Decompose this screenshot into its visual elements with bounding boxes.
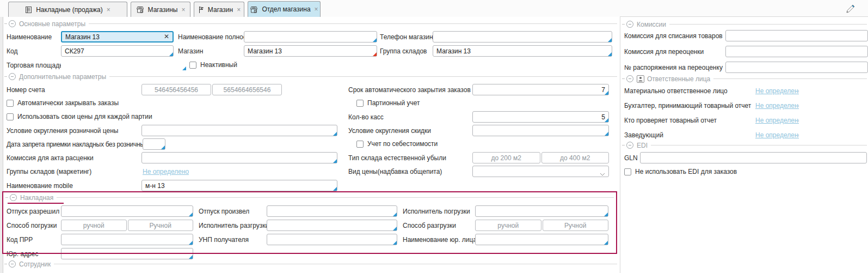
- no-edi-checkbox[interactable]: Не использовать EDI для заказов: [624, 166, 737, 177]
- own-prices-checkbox[interactable]: Использовать свои цены для каждой партии: [7, 111, 152, 122]
- unloading-method-option-2[interactable]: Ручной: [543, 220, 609, 231]
- prr-code-label: Код ПРР: [7, 234, 33, 245]
- tab-store[interactable]: Магазин ×: [194, 2, 244, 17]
- ban-date-input[interactable]: [143, 138, 165, 150]
- legal-name-input[interactable]: [475, 234, 608, 245]
- gln-input[interactable]: [640, 152, 867, 163]
- release-made-label: Отпуск произвел: [199, 206, 249, 217]
- trade-area-label: Торговая площадь: [7, 60, 63, 71]
- revaluation-order-input[interactable]: [725, 62, 868, 73]
- collapse-icon[interactable]: [626, 75, 633, 82]
- loading-method-option-1[interactable]: ручной: [61, 220, 127, 231]
- price-kind-label: Вид цены(надбавка общепита): [348, 166, 442, 177]
- code-input[interactable]: [61, 45, 174, 57]
- store-icon: [250, 6, 258, 13]
- auto-close-orders-checkbox[interactable]: Автоматически закрывать заказы: [7, 98, 119, 108]
- store-icon: [136, 6, 144, 13]
- marketing-groups-label: Группы складов (маркетинг): [7, 166, 91, 177]
- discount-rounding-label: Условие округления скидки: [348, 125, 431, 136]
- collapse-icon[interactable]: [9, 20, 16, 27]
- warehouse-group-input[interactable]: [433, 45, 612, 57]
- release-made-input[interactable]: [267, 205, 397, 217]
- writeoff-commission-label: Комиссия для списания товаров: [624, 31, 723, 41]
- account-number-2[interactable]: 5654664656546: [212, 84, 282, 95]
- collapse-icon[interactable]: [9, 260, 16, 268]
- auto-close-term-input[interactable]: [472, 84, 609, 95]
- phone-input[interactable]: [433, 31, 612, 43]
- mol-label: Материально ответственное лицо: [624, 86, 728, 96]
- name-label: Наименование: [7, 32, 52, 43]
- tab-close-icon[interactable]: ×: [237, 6, 241, 14]
- clear-icon[interactable]: ✕: [163, 33, 170, 40]
- checkbox-box: [356, 100, 364, 107]
- legal-address-input[interactable]: [61, 248, 193, 259]
- chevron-down-icon[interactable]: [600, 170, 605, 178]
- release-allowed-input[interactable]: [61, 205, 193, 217]
- tab-close-icon[interactable]: ×: [181, 6, 185, 14]
- group-title: Комиссии: [637, 21, 666, 28]
- tab-label: Отдел магазина: [262, 5, 310, 13]
- trade-area-input[interactable]: [61, 59, 187, 71]
- left-splitter[interactable]: [0, 17, 3, 273]
- collapse-icon[interactable]: [9, 73, 16, 80]
- unloading-executor-label: Исполнитель разгрузки: [199, 220, 269, 231]
- retail-rounding-input[interactable]: [141, 125, 337, 136]
- loading-method-option-2[interactable]: Ручной: [128, 220, 194, 231]
- tab-store-department[interactable]: Отдел магазина ×: [248, 1, 321, 17]
- right-panel-top-divider: [620, 16, 868, 17]
- natural-loss-option-2[interactable]: до 400 м2: [541, 152, 610, 163]
- group-header-additional: Дополнительные параметры: [4, 72, 617, 81]
- collapse-icon[interactable]: [626, 142, 633, 149]
- loading-method-label: Способ погрузки: [7, 220, 57, 231]
- store-input[interactable]: [244, 45, 377, 57]
- checkbox-box: [356, 141, 364, 148]
- checkbox-label: Автоматически закрывать заказы: [17, 99, 119, 107]
- checker-label: Кто проверяет товарный отчет: [624, 115, 717, 126]
- accountant-link[interactable]: Не определено: [755, 101, 799, 111]
- account-number-1[interactable]: 546456456456: [141, 84, 211, 95]
- tab-label: Накладные (продажа): [36, 6, 103, 14]
- natural-loss-option-1[interactable]: до 200 м2: [472, 152, 540, 163]
- phone-label: Телефон магазина: [380, 32, 436, 43]
- unloading-method-segments: ручной Ручной: [475, 220, 608, 231]
- pricing-commission-input[interactable]: [141, 152, 337, 163]
- mobile-name-input[interactable]: [141, 180, 337, 191]
- tab-close-icon[interactable]: ×: [315, 5, 318, 13]
- price-kind-select[interactable]: [472, 166, 609, 177]
- unloading-method-option-1[interactable]: ручной: [475, 220, 541, 231]
- full-name-label: Наименование полное: [178, 32, 247, 43]
- full-name-input[interactable]: [244, 31, 377, 43]
- flag-icon: [198, 6, 204, 14]
- checker-link[interactable]: Не определено: [755, 116, 799, 125]
- prr-code-input[interactable]: [61, 234, 193, 245]
- loading-executor-input[interactable]: [475, 205, 608, 217]
- edit-pencil-icon[interactable]: [844, 3, 856, 15]
- collapse-icon[interactable]: [10, 194, 17, 201]
- manager-link[interactable]: Не определено: [755, 130, 799, 140]
- group-title: Ответственные лица: [647, 75, 710, 83]
- warehouse-group-label: Группа складов: [380, 46, 427, 57]
- mol-link[interactable]: Не определено: [755, 86, 799, 96]
- group-header-basic: Основные параметры: [4, 20, 617, 28]
- tab-invoices-sale[interactable]: Накладные (продажа) ×: [8, 2, 127, 17]
- collapse-icon[interactable]: [626, 21, 633, 28]
- unp-input[interactable]: [267, 234, 397, 245]
- revaluation-commission-input[interactable]: [725, 46, 868, 57]
- batch-accounting-checkbox[interactable]: Партионный учет: [356, 98, 420, 108]
- code-label: Код: [7, 46, 17, 57]
- pricing-commission-label: Комиссия для акта расценки: [7, 153, 94, 163]
- tab-bar: Накладные (продажа) × Магазины × Магазин…: [0, 0, 868, 17]
- cash-desks-input[interactable]: [472, 111, 609, 123]
- revaluation-order-label: № распоряжения на переоценку: [624, 62, 723, 73]
- cost-accounting-checkbox[interactable]: Учет по себестоимости: [356, 138, 438, 149]
- tab-label: Магазин: [208, 6, 233, 14]
- marketing-groups-link[interactable]: Не определено: [143, 167, 189, 177]
- unloading-executor-input[interactable]: [267, 220, 397, 231]
- tab-stores[interactable]: Магазины ×: [131, 2, 190, 17]
- inactive-checkbox[interactable]: Неактивный: [189, 59, 237, 70]
- checkbox-box: [624, 168, 631, 175]
- tab-close-icon[interactable]: ×: [107, 6, 110, 14]
- name-input[interactable]: [61, 31, 174, 43]
- discount-rounding-input[interactable]: [472, 125, 609, 136]
- writeoff-commission-input[interactable]: [725, 30, 868, 41]
